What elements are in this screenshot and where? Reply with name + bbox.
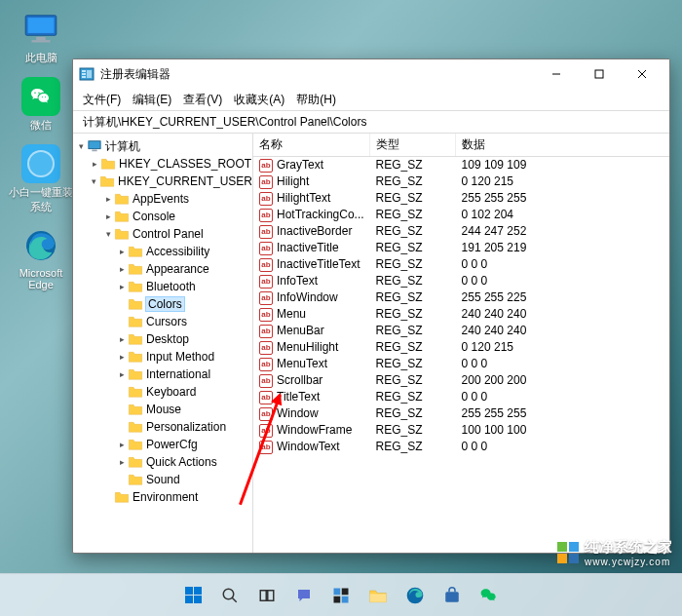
twisty-icon[interactable]: ▸ — [116, 457, 128, 467]
value-row[interactable]: InactiveTitleTextREG_SZ0 0 0 — [253, 256, 669, 273]
tree-node[interactable]: ▾计算机 — [75, 137, 252, 155]
folder-icon — [128, 280, 143, 293]
value-row[interactable]: GrayTextREG_SZ109 109 109 — [253, 157, 669, 173]
tree-label: HKEY_CURRENT_USER — [118, 174, 252, 188]
desktop-icon-this-pc[interactable]: 此电脑 — [6, 8, 76, 67]
tree-node[interactable]: ▸Bluetooth — [75, 278, 252, 295]
svg-rect-26 — [445, 592, 459, 602]
menu-help[interactable]: 帮助(H) — [296, 92, 336, 108]
col-name[interactable]: 名称 — [253, 134, 370, 157]
store-button[interactable] — [436, 580, 468, 611]
tree-label: 计算机 — [105, 138, 140, 155]
tree-node[interactable]: ▾HKEY_CURRENT_USER — [75, 173, 252, 190]
twisty-icon[interactable]: ▸ — [102, 194, 114, 204]
tree-node[interactable]: ▸Console — [75, 208, 252, 225]
value-row[interactable]: MenuREG_SZ240 240 240 — [253, 306, 669, 323]
tree-node[interactable]: Environment — [75, 488, 252, 506]
wechat-icon — [21, 77, 60, 116]
tree-node[interactable]: Mouse — [75, 401, 252, 418]
twisty-icon[interactable]: ▸ — [116, 264, 128, 274]
tree-node[interactable]: Personalization — [75, 418, 252, 436]
twisty-icon[interactable]: ▾ — [102, 229, 114, 239]
menu-view[interactable]: 查看(V) — [183, 92, 222, 108]
string-value-icon — [259, 441, 273, 454]
string-value-icon — [259, 192, 273, 206]
value-row[interactable]: ScrollbarREG_SZ200 200 200 — [253, 372, 669, 389]
desktop-icon-wechat[interactable]: 微信 — [6, 75, 76, 135]
twisty-icon[interactable]: ▸ — [116, 334, 128, 344]
tree-node[interactable]: ▸AppEvents — [75, 190, 252, 208]
value-row[interactable]: MenuTextREG_SZ0 0 0 — [253, 356, 669, 372]
value-row[interactable]: WindowFrameREG_SZ100 100 100 — [253, 422, 669, 439]
tree-node[interactable]: ▸Quick Actions — [75, 453, 252, 471]
search-button[interactable] — [214, 580, 246, 611]
tree-node[interactable]: Sound — [75, 471, 252, 488]
close-button[interactable] — [621, 59, 663, 89]
twisty-icon[interactable]: ▸ — [116, 352, 128, 362]
start-button[interactable] — [177, 580, 208, 611]
path-text: 计算机\HKEY_CURRENT_USER\Control Panel\Colo… — [83, 114, 366, 131]
col-data[interactable]: 数据 — [456, 134, 669, 157]
menu-file[interactable]: 文件(F) — [83, 92, 121, 108]
svg-rect-11 — [595, 70, 603, 78]
value-row[interactable]: HilightTextREG_SZ255 255 255 — [253, 190, 669, 207]
value-row[interactable]: InactiveTitleREG_SZ191 205 219 — [253, 240, 669, 256]
twisty-icon[interactable]: ▸ — [116, 247, 128, 256]
twisty-icon[interactable]: ▸ — [116, 369, 128, 379]
value-row[interactable]: WindowTextREG_SZ0 0 0 — [253, 439, 669, 455]
value-row[interactable]: InfoWindowREG_SZ255 255 225 — [253, 289, 669, 306]
tree-label: HKEY_CLASSES_ROOT — [119, 157, 251, 171]
task-view-button[interactable] — [251, 580, 283, 611]
tree-node[interactable]: ▸Appearance — [75, 260, 252, 278]
folder-icon — [114, 227, 130, 241]
address-bar[interactable]: 计算机\HKEY_CURRENT_USER\Control Panel\Colo… — [73, 110, 669, 134]
minimize-button[interactable] — [535, 59, 578, 89]
value-row[interactable]: WindowREG_SZ255 255 255 — [253, 405, 669, 422]
tree-view[interactable]: ▾计算机▸HKEY_CLASSES_ROOT▾HKEY_CURRENT_USER… — [73, 134, 253, 553]
twisty-icon[interactable]: ▸ — [102, 212, 114, 221]
value-list[interactable]: 名称 类型 数据 GrayTextREG_SZ109 109 109Hiligh… — [253, 134, 669, 553]
col-type[interactable]: 类型 — [370, 134, 456, 157]
tree-node[interactable]: ▸PowerCfg — [75, 436, 252, 453]
maximize-button[interactable] — [578, 59, 621, 89]
desktop-icon-xiaobai[interactable]: 小白一键重装系统 — [6, 142, 76, 216]
svg-rect-20 — [334, 588, 341, 595]
twisty-icon[interactable]: ▸ — [116, 282, 128, 291]
value-row[interactable]: HotTrackingCo...REG_SZ0 102 204 — [253, 207, 669, 223]
tree-node[interactable]: ▸International — [75, 366, 252, 383]
taskbar — [0, 573, 682, 616]
app-icon — [79, 66, 95, 82]
chat-button[interactable] — [288, 580, 320, 611]
edge-button[interactable] — [399, 580, 431, 611]
value-row[interactable]: HilightREG_SZ0 120 215 — [253, 173, 669, 190]
tree-node[interactable]: ▾Control Panel — [75, 225, 252, 243]
titlebar[interactable]: 注册表编辑器 — [73, 59, 669, 89]
value-row[interactable]: InfoTextREG_SZ0 0 0 — [253, 273, 669, 289]
twisty-icon[interactable]: ▸ — [89, 159, 100, 169]
value-row[interactable]: MenuBarREG_SZ240 240 240 — [253, 323, 669, 339]
tree-node[interactable]: ▸Accessibility — [75, 243, 252, 260]
tree-node[interactable]: ▸Desktop — [75, 330, 252, 348]
tree-node[interactable]: ▸HKEY_CLASSES_ROOT — [75, 155, 252, 173]
tree-node[interactable]: Keyboard — [75, 383, 252, 401]
widgets-button[interactable] — [325, 580, 357, 611]
value-row[interactable]: MenuHilightREG_SZ0 120 215 — [253, 339, 669, 356]
twisty-icon[interactable]: ▾ — [75, 141, 87, 151]
string-value-icon — [259, 424, 273, 438]
desktop-icons: 此电脑 微信 小白一键重装系统 Microsoft Edge — [6, 8, 76, 292]
wechat-button[interactable] — [474, 580, 505, 611]
desktop-icon-edge[interactable]: Microsoft Edge — [6, 224, 76, 292]
tree-label: Mouse — [146, 403, 181, 416]
tree-node[interactable]: Colors — [75, 295, 252, 313]
tree-node[interactable]: ▸Input Method — [75, 348, 252, 366]
value-row[interactable]: TitleTextREG_SZ0 0 0 — [253, 389, 669, 405]
twisty-icon[interactable]: ▾ — [89, 176, 99, 186]
twisty-icon[interactable]: ▸ — [116, 440, 128, 449]
tree-node[interactable]: Cursors — [75, 313, 252, 330]
value-row[interactable]: InactiveBorderREG_SZ244 247 252 — [253, 223, 669, 240]
folder-icon — [114, 210, 130, 223]
tree-label: Desktop — [146, 332, 189, 346]
menu-favorites[interactable]: 收藏夹(A) — [234, 92, 284, 108]
menu-edit[interactable]: 编辑(E) — [133, 92, 171, 108]
explorer-button[interactable] — [362, 580, 394, 611]
